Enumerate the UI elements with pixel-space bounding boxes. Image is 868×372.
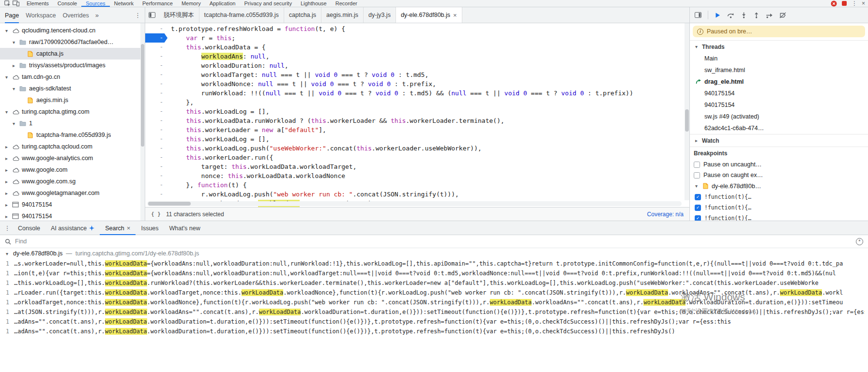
- tree-item-aegis-sdk-latest[interactable]: ▾aegis-sdk/latest: [0, 83, 145, 94]
- breakpoint-checkbox[interactable]: ✓: [695, 194, 701, 200]
- search-result-row[interactable]: 1…rLoader.run({target:this.workLoadData.…: [0, 288, 868, 298]
- toggle-debugger-sidebar-icon[interactable]: [695, 12, 701, 18]
- tree-item-940175154[interactable]: ▸940175154: [0, 210, 145, 221]
- gutter-cell[interactable]: -: [145, 190, 168, 199]
- thread-item-62adc4c1-c6ab-474[interactable]: 62adc4c1-c6ab-474…: [690, 122, 868, 134]
- tree-item-www-google-analytics-com[interactable]: ▸www.google-analytics.com: [0, 152, 145, 164]
- gutter-cell[interactable]: -: [145, 52, 168, 61]
- thread-item-940175154[interactable]: 940175154: [690, 88, 868, 99]
- code-line[interactable]: r.workLoadLog.push("web worker run cb: "…: [171, 190, 689, 199]
- breakpoint-file-group[interactable]: ▾ dy-ele.678df80b…: [690, 180, 868, 192]
- search-result-row[interactable]: 1…ion(t,e){var r=this;this.workLoadData=…: [0, 268, 868, 278]
- code-line[interactable]: this.workLoadData.runWorkload ? (this.wo…: [171, 116, 689, 125]
- file-tab-tcaptcha-frame-c055d939-js[interactable]: tcaptcha-frame.c055d939.js: [199, 7, 284, 23]
- thread-item-sw-js-49-activated[interactable]: sw.js #49 (activated): [690, 111, 868, 122]
- main-tab-network[interactable]: Network: [110, 0, 138, 7]
- breakpoint-checkbox[interactable]: [694, 162, 700, 168]
- error-badge-icon[interactable]: [831, 0, 837, 7]
- chevron-down-icon[interactable]: ▾: [11, 86, 16, 91]
- editor-vertical-scrollbar[interactable]: [685, 23, 689, 200]
- gutter-cell[interactable]: -: [145, 98, 168, 107]
- search-result-row[interactable]: 1…adAns="".concat(t.ans),r.workLoadData.…: [0, 317, 868, 327]
- scrollbar-thumb[interactable]: [141, 44, 144, 147]
- main-tab-recorder[interactable]: Recorder: [331, 0, 362, 7]
- navigator-tab-page[interactable]: Page: [5, 7, 19, 23]
- thread-item-drag-ele-html[interactable]: drag_ele.html: [690, 76, 868, 88]
- tree-item-www-google-com-sg[interactable]: ▸www.google.com.sg: [0, 176, 145, 187]
- breakpoint-checkbox[interactable]: [694, 172, 700, 179]
- main-tab-lighthouse[interactable]: Lighthouse: [296, 0, 331, 7]
- tree-item-940175154[interactable]: ▸940175154: [0, 199, 145, 210]
- chevron-right-icon[interactable]: ▸: [4, 214, 9, 219]
- gutter-cell[interactable]: -: [145, 180, 168, 190]
- main-tab-application[interactable]: Application: [205, 0, 240, 7]
- gutter-cell[interactable]: -: [145, 79, 168, 89]
- code-line[interactable]: workloadTarget: null === t || void 0 ===…: [171, 70, 689, 79]
- gutter-cell[interactable]: -: [145, 24, 168, 33]
- tree-item-raw-1709092006d7facfae0ed[interactable]: ▾raw/1709092006d7facfae0ed…: [0, 36, 145, 48]
- breakpoint-marker[interactable]: -: [145, 33, 168, 43]
- main-tab-memory[interactable]: Memory: [177, 0, 205, 7]
- search-result-file-header[interactable]: ▾ dy-ele.678df80b.js — turing.captcha.gt…: [0, 248, 868, 259]
- tree-item-aegis-min-js[interactable]: aegis.min.js: [0, 94, 145, 106]
- resume-script-button[interactable]: [715, 12, 721, 18]
- gutter-cell[interactable]: -: [145, 89, 168, 98]
- tree-item-tcaptcha-frame-c055d939-js[interactable]: tcaptcha-frame.c055d939.js: [0, 129, 145, 141]
- search-result-row[interactable]: 1…adAns="".concat(t.ans),r.workLoadData.…: [0, 327, 868, 336]
- editor-horizontal-scrollbar[interactable]: [147, 201, 682, 206]
- tree-item-captcha-js[interactable]: captcha.js: [0, 48, 145, 60]
- close-icon[interactable]: ×: [127, 224, 131, 232]
- toggle-navigator-icon[interactable]: [145, 7, 159, 23]
- scrollbar-thumb[interactable]: [148, 202, 191, 206]
- file-tab-aegis-min-js[interactable]: aegis.min.js: [321, 7, 364, 23]
- code-line[interactable]: this.workerLoader = new a["default"],: [171, 125, 689, 134]
- tree-item-www-googletagmanager-com[interactable]: ▸www.googletagmanager.com: [0, 187, 145, 199]
- chevron-right-icon[interactable]: ▸: [4, 167, 9, 173]
- code-line[interactable]: }, function(t) {: [171, 180, 689, 190]
- drawer-tab-issues[interactable]: Issues: [136, 221, 164, 235]
- threads-section-header[interactable]: ▾ Threads: [690, 40, 868, 53]
- gutter-cell[interactable]: -: [145, 70, 168, 79]
- chevron-down-icon[interactable]: ▾: [4, 74, 9, 80]
- drawer-kebab-icon[interactable]: ⋮: [2, 224, 13, 232]
- breakpoint-entry[interactable]: ✓!function(t){…: [690, 202, 868, 213]
- gutter-cell[interactable]: -: [145, 43, 168, 52]
- more-options-kebab-icon[interactable]: ⋮: [852, 0, 857, 7]
- coverage-status[interactable]: Coverage: n/a: [647, 211, 684, 218]
- main-tab-privacy-and-security[interactable]: Privacy and security: [240, 0, 296, 7]
- code-line[interactable]: workloadDuration: null,: [171, 61, 689, 70]
- gutter-cell[interactable]: -: [145, 125, 168, 134]
- close-icon[interactable]: ×: [453, 12, 457, 19]
- more-tabs-icon[interactable]: »: [95, 12, 99, 19]
- step-button[interactable]: [766, 12, 773, 18]
- navigator-tab-overrides[interactable]: Overrides: [63, 7, 89, 23]
- chevron-right-icon[interactable]: ▸: [4, 156, 9, 161]
- thread-item-940175154[interactable]: 940175154: [690, 99, 868, 111]
- code-line[interactable]: workloadNonce: null === t || void 0 === …: [171, 79, 689, 89]
- chevron-down-icon[interactable]: ▾: [4, 28, 9, 33]
- step-into-button[interactable]: [741, 12, 747, 18]
- gutter-cell[interactable]: -: [145, 134, 168, 144]
- thread-item-main[interactable]: Main: [690, 53, 868, 64]
- pause-toggle-pause-on-uncaught[interactable]: Pause on uncaught…: [690, 159, 868, 170]
- code-line[interactable]: target: this.workLoadData.workloadTarget…: [171, 162, 689, 171]
- gutter-cell[interactable]: -: [145, 116, 168, 125]
- close-devtools-icon[interactable]: ×: [862, 0, 865, 7]
- chevron-down-icon[interactable]: ▾: [4, 109, 9, 115]
- chevron-right-icon[interactable]: ▸: [11, 63, 16, 68]
- gutter-cell[interactable]: -: [145, 162, 168, 171]
- step-out-button[interactable]: [753, 12, 760, 18]
- main-tab-performance[interactable]: Performance: [138, 0, 177, 7]
- tree-item-trisys-assets-product-images[interactable]: ▸trisys/assets/product/images: [0, 60, 145, 71]
- chevron-right-icon[interactable]: ▸: [4, 202, 9, 208]
- drawer-tab-search[interactable]: Search×: [100, 221, 136, 235]
- tree-item-turing-captcha-gtimg-com[interactable]: ▾turing.captcha.gtimg.com: [0, 106, 145, 118]
- tree-item-turing-captcha-qcloud-com[interactable]: ▸turing.captcha.qcloud.com: [0, 141, 145, 152]
- chevron-right-icon[interactable]: ▸: [4, 179, 9, 184]
- main-tab-sources[interactable]: Sources: [81, 0, 109, 7]
- code-line[interactable]: runWorkload: !!((null === t || void 0 ==…: [171, 89, 689, 98]
- drawer-tab-what-s-new[interactable]: What's new: [164, 221, 206, 235]
- code-line[interactable]: this.workerLoader.run({: [171, 153, 689, 162]
- file-tab-item[interactable]: 脱环境脚本: [159, 7, 199, 23]
- watch-section-header[interactable]: ▸ Watch: [690, 134, 868, 147]
